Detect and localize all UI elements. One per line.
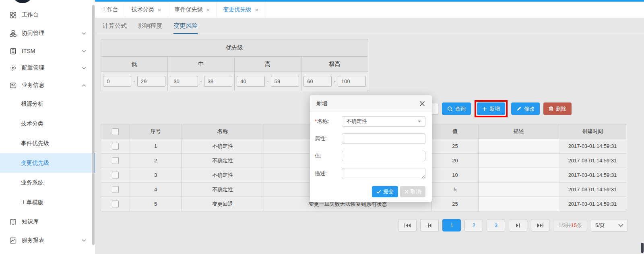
priority-medium-max-input[interactable]: [204, 76, 232, 87]
sidebar-item-itsm[interactable]: ITSM: [0, 43, 95, 59]
last-page-button[interactable]: [531, 219, 549, 231]
close-icon[interactable]: ×: [158, 7, 161, 13]
required-mark: *: [315, 118, 317, 124]
book-icon: [10, 219, 17, 225]
sidebar-item-config[interactable]: 配置管理: [0, 59, 95, 76]
sidebar-item-workbench[interactable]: 工作台: [0, 6, 95, 24]
name-field-row: *名称: 不确定性: [315, 116, 425, 127]
row-checkbox[interactable]: [112, 172, 119, 178]
sidebar-item-collaboration[interactable]: 协同管理: [0, 24, 95, 43]
tab-workbench[interactable]: 工作台: [95, 2, 125, 18]
col-header-seq: 序号: [130, 124, 182, 139]
close-icon[interactable]: [419, 100, 425, 107]
tab-tech-category[interactable]: 技术分类 ×: [125, 2, 168, 18]
sidebar-item-label: 业务信息: [22, 82, 44, 89]
gear-icon: [10, 65, 17, 72]
priority-critical-max-input[interactable]: [338, 76, 366, 87]
page-size-value: 5/页: [595, 222, 605, 229]
tab-change-priority[interactable]: 变更优先级 ×: [217, 2, 266, 18]
sidebar-item-label: 业务系统: [21, 179, 43, 186]
attr-input[interactable]: [342, 133, 425, 144]
sidebar-item-ticket-template[interactable]: 工单模版: [0, 193, 95, 212]
cell-value: 25: [432, 197, 479, 211]
sidebar-item-tech-category[interactable]: 技术分类: [0, 114, 95, 133]
row-checkbox[interactable]: [112, 186, 119, 193]
value-input[interactable]: [342, 151, 425, 161]
search-icon: [447, 106, 453, 112]
sidebar-item-business-system[interactable]: 业务系统: [0, 173, 95, 193]
submit-button[interactable]: 提交: [372, 186, 398, 197]
query-button[interactable]: 查询: [442, 102, 471, 115]
sidebar-item-business-info[interactable]: 业务信息: [0, 76, 95, 94]
cell-created: 2017-03-01 14:59:31: [559, 139, 626, 154]
close-icon[interactable]: ×: [206, 7, 210, 13]
page-size-select[interactable]: 5/页: [591, 219, 628, 231]
name-select[interactable]: 不确定性: [342, 116, 425, 127]
cancel-button-label: 取消: [411, 188, 421, 195]
edit-button-label: 修改: [524, 105, 535, 113]
cell-desc: [479, 154, 559, 168]
chevron-up-icon: [82, 84, 86, 87]
first-page-button[interactable]: [398, 219, 417, 231]
delete-button[interactable]: 删除: [543, 102, 572, 115]
desc-field-label: 描述:: [315, 170, 342, 177]
sidebar-item-change-priority[interactable]: 变更优先级: [0, 153, 95, 173]
edit-button[interactable]: 修改: [511, 102, 540, 115]
select-all-checkbox[interactable]: [112, 128, 119, 135]
chevron-down-icon: [82, 239, 86, 242]
subtab-impact-degree[interactable]: 影响程度: [138, 18, 162, 34]
prev-page-button[interactable]: [420, 219, 439, 231]
cell-created: 2017-03-01 14:59:31: [559, 154, 626, 168]
cell-created: 2017-03-01 14:59:31: [559, 168, 626, 182]
subtab-change-risk[interactable]: 变更风险: [173, 18, 198, 34]
cell-seq: 3: [130, 168, 182, 182]
sidebar-item-root-cause[interactable]: 根源分析: [0, 94, 95, 114]
last-page-icon: [537, 223, 544, 228]
cell-name: 不确定性: [182, 139, 264, 154]
priority-range-table: 优先级 低 中 高 极高 - -: [101, 39, 368, 91]
page-button-1[interactable]: 1: [442, 219, 461, 231]
row-checkbox[interactable]: [112, 157, 119, 164]
cell-value: 20: [432, 154, 479, 168]
sub-tab-bar: 计算公式 影响程度 变更风险: [95, 18, 644, 34]
row-checkbox[interactable]: [112, 143, 119, 150]
add-button-highlight: 新增: [475, 100, 508, 117]
priority-low-min-input[interactable]: [103, 76, 131, 87]
sidebar-item-label: 工单模版: [21, 199, 43, 206]
cancel-button[interactable]: 取消: [400, 186, 425, 197]
priority-high-max-input[interactable]: [271, 76, 299, 87]
value-field-row: 值:: [315, 151, 425, 161]
sidebar-scrollbar-thumb[interactable]: [92, 5, 95, 245]
add-button[interactable]: 新增: [477, 102, 505, 115]
cell-created: 2017-03-01 14:59:31: [559, 182, 626, 197]
subtab-calc-formula[interactable]: 计算公式: [103, 18, 127, 34]
name-select-value: 不确定性: [346, 118, 367, 125]
tab-incident-priority[interactable]: 事件优先级 ×: [168, 2, 217, 18]
page-button-2[interactable]: 2: [464, 219, 483, 231]
cell-value: 10: [432, 168, 479, 182]
row-checkbox[interactable]: [112, 201, 119, 207]
chevron-down-icon: [82, 50, 86, 53]
check-icon: [376, 190, 381, 194]
sidebar-item-service-report[interactable]: 服务报表: [0, 231, 95, 249]
close-icon[interactable]: ×: [255, 7, 259, 13]
col-header-desc: 描述: [479, 124, 559, 139]
priority-high-min-input[interactable]: [237, 76, 265, 87]
cell-seq: 5: [130, 197, 182, 211]
sidebar-item-label: 事件优先级: [21, 140, 49, 147]
priority-critical-min-input[interactable]: [303, 76, 332, 87]
sidebar-item-knowledge-base[interactable]: 知识库: [0, 212, 95, 231]
cell-seq: 4: [130, 182, 182, 197]
desc-textarea[interactable]: [342, 168, 425, 179]
next-page-button[interactable]: [509, 219, 527, 231]
priority-low-max-input[interactable]: [137, 76, 165, 87]
delete-button-label: 删除: [556, 105, 566, 113]
priority-medium-min-input[interactable]: [170, 76, 198, 87]
app-logo: [12, 0, 33, 3]
cell-value: 5: [432, 182, 479, 197]
subtab-label: 计算公式: [103, 22, 127, 30]
page-scrollbar-thumb[interactable]: [641, 243, 644, 253]
page-info-count: 15: [571, 222, 577, 228]
page-button-3[interactable]: 3: [487, 219, 505, 231]
sidebar-item-incident-priority[interactable]: 事件优先级: [0, 133, 95, 153]
